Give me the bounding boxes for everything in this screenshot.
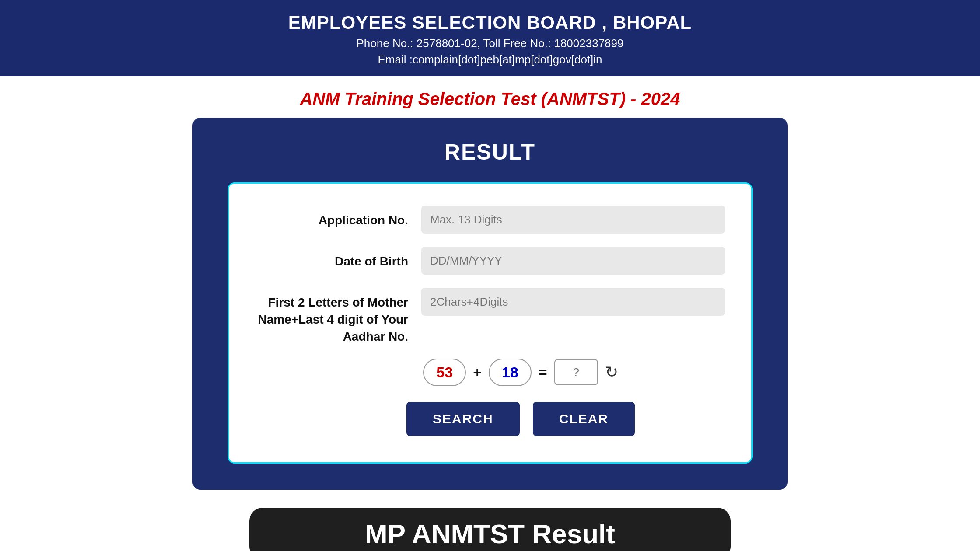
dob-label: Date of Birth (255, 247, 421, 270)
content-wrapper: RESULT Application No. Date of Birth Fir… (192, 118, 788, 525)
captcha-num1: 53 (423, 359, 466, 386)
main-content: RESULT Application No. Date of Birth Fir… (0, 118, 980, 525)
header: EMPLOYEES SELECTION BOARD , BHOPAL Phone… (0, 0, 980, 76)
application-no-label: Application No. (255, 206, 421, 229)
subheader-title: ANM Training Selection Test (ANMTST) - 2… (9, 89, 971, 109)
clear-button[interactable]: CLEAR (533, 402, 635, 436)
button-row: SEARCH CLEAR (316, 402, 725, 436)
panel-title: RESULT (228, 139, 752, 165)
captcha-num2: 18 (489, 359, 532, 386)
captcha-row: 53 + 18 = ↻ (316, 359, 725, 386)
result-panel: RESULT Application No. Date of Birth Fir… (192, 118, 788, 490)
dob-input[interactable] (421, 247, 725, 275)
refresh-icon: ↻ (605, 363, 618, 381)
mother-name-input[interactable] (421, 288, 725, 316)
application-no-row: Application No. (255, 206, 725, 234)
dob-row: Date of Birth (255, 247, 725, 275)
captcha-refresh-button[interactable]: ↻ (605, 363, 618, 381)
captcha-plus: + (473, 364, 482, 381)
bottom-banner: MP ANMTST Result (249, 508, 731, 551)
header-phone: Phone No.: 2578801-02, Toll Free No.: 18… (9, 37, 971, 50)
header-title: EMPLOYEES SELECTION BOARD , BHOPAL (9, 12, 971, 33)
mother-name-row: First 2 Letters of Mother Name+Last 4 di… (255, 288, 725, 345)
captcha-equals: = (539, 364, 547, 381)
captcha-answer-input[interactable] (554, 359, 598, 385)
header-email: Email :complain[dot]peb[at]mp[dot]gov[do… (9, 53, 971, 66)
mother-name-label: First 2 Letters of Mother Name+Last 4 di… (255, 288, 421, 345)
form-card: Application No. Date of Birth First 2 Le… (228, 182, 752, 464)
application-no-input[interactable] (421, 206, 725, 234)
search-button[interactable]: SEARCH (406, 402, 520, 436)
subheader: ANM Training Selection Test (ANMTST) - 2… (0, 76, 980, 118)
